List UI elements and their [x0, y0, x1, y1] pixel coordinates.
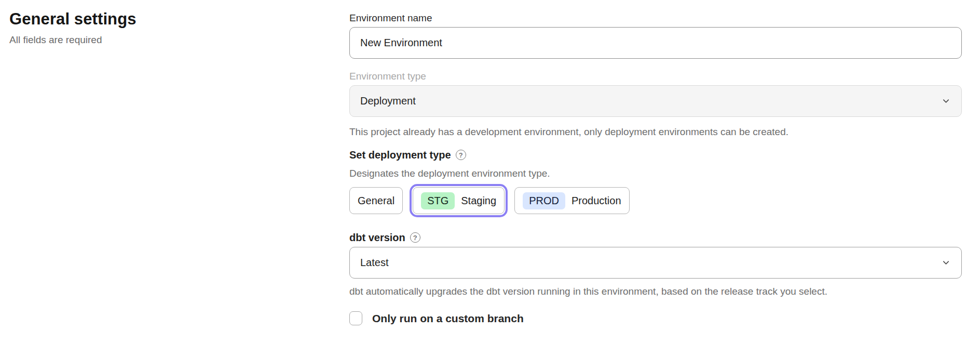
dbt-version-heading-row: dbt version ? — [349, 231, 962, 244]
custom-branch-label[interactable]: Only run on a custom branch — [372, 312, 524, 325]
help-icon[interactable]: ? — [410, 232, 420, 243]
environment-name-input[interactable] — [349, 27, 962, 59]
chevron-down-icon — [942, 259, 950, 267]
deployment-type-option-general[interactable]: General — [349, 187, 403, 214]
environment-type-select: Deployment — [349, 85, 962, 117]
general-settings-page: General settings All fields are required… — [0, 0, 980, 343]
chevron-down-icon — [942, 97, 950, 105]
environment-type-helper: This project already has a development e… — [349, 126, 962, 138]
dbt-version-select[interactable]: Latest — [349, 247, 962, 279]
dbt-version-helper: dbt automatically upgrades the dbt versi… — [349, 286, 962, 297]
deployment-type-options: General STG Staging PROD Production — [349, 187, 962, 214]
environment-form: Environment name Environment type Deploy… — [349, 12, 962, 325]
help-icon[interactable]: ? — [456, 150, 466, 160]
option-label: General — [358, 195, 394, 207]
option-label: Production — [571, 195, 621, 207]
option-label: Staging — [461, 195, 496, 207]
page-title: General settings — [9, 9, 331, 29]
deployment-type-helper: Designates the deployment environment ty… — [349, 168, 962, 179]
page-subtitle: All fields are required — [9, 34, 331, 46]
dbt-version-heading: dbt version — [349, 231, 405, 244]
staging-badge: STG — [421, 192, 455, 209]
production-badge: PROD — [523, 192, 565, 209]
custom-branch-row: Only run on a custom branch — [349, 311, 962, 325]
deployment-type-option-production[interactable]: PROD Production — [514, 187, 629, 214]
custom-branch-checkbox[interactable] — [349, 311, 362, 325]
dbt-version-value: Latest — [360, 257, 942, 269]
section-header: General settings All fields are required — [9, 9, 331, 46]
deployment-type-heading: Set deployment type — [349, 149, 451, 161]
deployment-type-heading-row: Set deployment type ? — [349, 149, 962, 161]
environment-name-label: Environment name — [349, 12, 962, 24]
deployment-type-option-staging[interactable]: STG Staging — [413, 187, 505, 214]
environment-type-label: Environment type — [349, 71, 962, 82]
environment-type-value: Deployment — [360, 95, 942, 107]
